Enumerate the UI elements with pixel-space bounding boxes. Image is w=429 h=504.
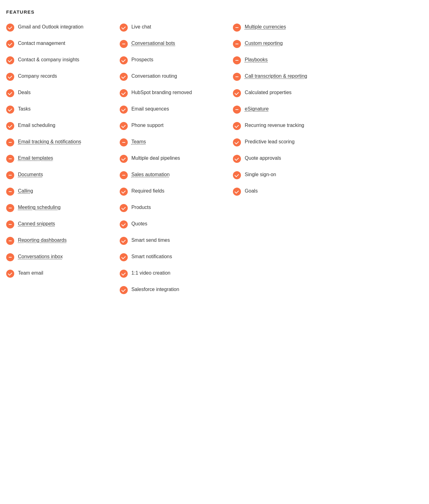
- feature-item: Email templates: [6, 154, 114, 163]
- feature-label: Team email: [18, 269, 43, 276]
- minus-icon: [120, 171, 128, 179]
- check-icon: [120, 122, 128, 130]
- minus-icon: [233, 73, 241, 81]
- feature-item: Conversations inbox: [6, 253, 114, 261]
- feature-label: Custom reporting: [245, 40, 283, 47]
- feature-label: Calculated properties: [245, 89, 291, 96]
- feature-label: Predictive lead scoring: [245, 138, 294, 145]
- feature-label: Conversations inbox: [18, 253, 63, 260]
- minus-icon: [6, 138, 14, 146]
- feature-label: Email templates: [18, 154, 53, 162]
- feature-item: Contact management: [6, 40, 114, 48]
- feature-label: Phone support: [131, 122, 164, 129]
- feature-item: Documents: [6, 171, 114, 179]
- check-icon: [120, 253, 128, 261]
- feature-item: 1:1 video creation: [120, 269, 227, 278]
- feature-label: Prospects: [131, 56, 153, 63]
- feature-label: HubSpot branding removed: [131, 89, 192, 96]
- feature-label: Email scheduling: [18, 122, 55, 129]
- check-icon: [120, 204, 128, 212]
- feature-item: Teams: [120, 138, 227, 146]
- check-icon: [233, 188, 241, 196]
- check-icon: [6, 89, 14, 97]
- feature-label: Smart send times: [131, 237, 170, 244]
- feature-label: Playbooks: [245, 56, 268, 63]
- feature-item: Company records: [6, 72, 114, 81]
- feature-item: Conversational bots: [120, 40, 227, 48]
- minus-icon: [6, 237, 14, 245]
- feature-label: Quotes: [131, 220, 148, 227]
- feature-label: 1:1 video creation: [131, 269, 170, 276]
- feature-label: Email sequences: [131, 105, 169, 112]
- feature-col-2: Multiple currenciesCustom reportingPlayb…: [233, 23, 346, 302]
- feature-item: Conversation routing: [120, 72, 227, 81]
- feature-label: Multiple deal pipelines: [131, 154, 180, 162]
- feature-label: Calling: [18, 187, 33, 194]
- feature-item: Canned snippets: [6, 220, 114, 228]
- check-icon: [120, 56, 128, 64]
- feature-item: Phone support: [120, 122, 227, 130]
- feature-label: Conversational bots: [131, 40, 175, 47]
- feature-label: Goals: [245, 187, 258, 194]
- feature-item: Deals: [6, 89, 114, 97]
- minus-icon: [120, 40, 128, 48]
- feature-label: Single sign-on: [245, 171, 276, 178]
- check-icon: [233, 138, 241, 146]
- feature-item: Smart send times: [120, 237, 227, 245]
- minus-icon: [6, 220, 14, 228]
- feature-item: Single sign-on: [233, 171, 340, 179]
- feature-label: Sales automation: [131, 171, 170, 178]
- feature-label: Live chat: [131, 23, 151, 30]
- feature-label: Salesforce integration: [131, 286, 179, 293]
- minus-icon: [233, 106, 241, 114]
- feature-item: Email scheduling: [6, 122, 114, 130]
- feature-label: Canned snippets: [18, 220, 55, 227]
- feature-item: Smart notifications: [120, 253, 227, 261]
- feature-label: Recurring revenue tracking: [245, 122, 304, 129]
- check-icon: [120, 73, 128, 81]
- minus-icon: [6, 155, 14, 163]
- feature-item: Email sequences: [120, 105, 227, 114]
- feature-label: Reporting dashboards: [18, 237, 66, 244]
- minus-icon: [233, 24, 241, 32]
- feature-item: Gmail and Outlook integration: [6, 23, 114, 32]
- feature-item: Salesforce integration: [120, 286, 227, 294]
- feature-label: Teams: [131, 138, 146, 145]
- feature-item: Calculated properties: [233, 89, 340, 97]
- feature-item: Meeting scheduling: [6, 204, 114, 212]
- feature-item: Products: [120, 204, 227, 212]
- feature-label: Meeting scheduling: [18, 204, 61, 211]
- feature-label: Call transcription & reporting: [245, 72, 307, 80]
- check-icon: [120, 89, 128, 97]
- check-icon: [233, 89, 241, 97]
- feature-item: Goals: [233, 187, 340, 196]
- feature-label: Contact & company insights: [18, 56, 79, 63]
- feature-label: Smart notifications: [131, 253, 172, 260]
- feature-label: Company records: [18, 72, 57, 80]
- feature-label: Conversation routing: [131, 72, 177, 80]
- feature-col-1: Live chatConversational botsProspectsCon…: [120, 23, 233, 302]
- feature-item: Sales automation: [120, 171, 227, 179]
- check-icon: [233, 155, 241, 163]
- feature-item: Email tracking & notifications: [6, 138, 114, 146]
- feature-col-0: Gmail and Outlook integrationContact man…: [6, 23, 120, 302]
- check-icon: [120, 155, 128, 163]
- feature-item: Quote approvals: [233, 154, 340, 163]
- feature-item: Contact & company insights: [6, 56, 114, 64]
- check-icon: [120, 286, 128, 294]
- minus-icon: [6, 171, 14, 179]
- feature-item: Required fields: [120, 187, 227, 196]
- feature-item: Live chat: [120, 23, 227, 32]
- check-icon: [120, 270, 128, 278]
- check-icon: [120, 237, 128, 245]
- features-grid: Gmail and Outlook integrationContact man…: [6, 23, 346, 302]
- minus-icon: [6, 204, 14, 212]
- feature-label: Required fields: [131, 187, 165, 194]
- feature-item: Quotes: [120, 220, 227, 228]
- minus-icon: [6, 188, 14, 196]
- check-icon: [120, 24, 128, 32]
- check-icon: [233, 171, 241, 179]
- feature-item: Call transcription & reporting: [233, 72, 340, 81]
- feature-label: Documents: [18, 171, 43, 178]
- features-section: FEATURES Gmail and Outlook integrationCo…: [6, 9, 423, 302]
